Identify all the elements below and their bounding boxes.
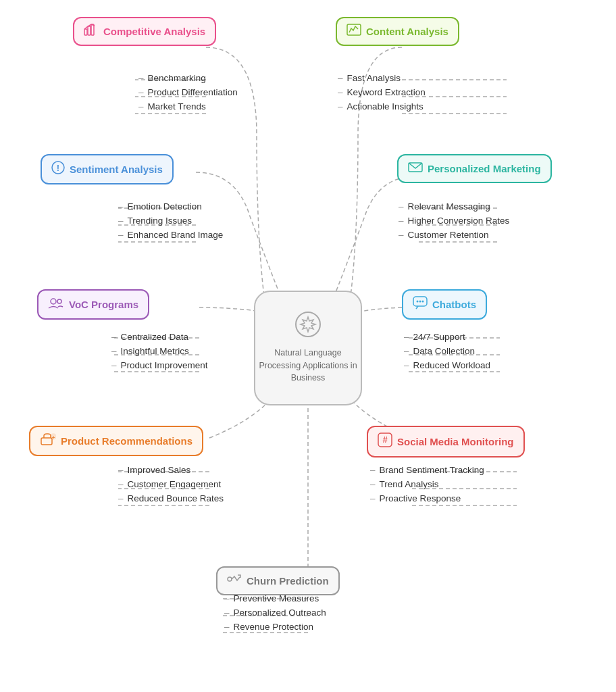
churn-icon bbox=[227, 573, 242, 589]
topic-sentiment: ! Sentiment Analysis bbox=[41, 154, 174, 184]
svg-rect-29 bbox=[88, 26, 91, 35]
product-bullet-1: Improved Sales bbox=[118, 463, 224, 477]
svg-rect-30 bbox=[91, 24, 94, 35]
competitive-bullet-3: Market Trends bbox=[138, 99, 238, 114]
sentiment-bullet-1: Emotion Detection bbox=[118, 199, 223, 214]
topic-voc: VoC Programs bbox=[37, 289, 149, 320]
center-node: Natural Language Processing Applications… bbox=[254, 291, 362, 405]
chatbots-bullet-2: Data Collection bbox=[404, 344, 490, 358]
center-icon bbox=[295, 312, 321, 343]
chatbots-bullets: 24/7 Support Data Collection Reduced Wor… bbox=[404, 330, 490, 372]
churn-bullet-3: Revenue Protection bbox=[224, 620, 326, 634]
svg-text:!: ! bbox=[57, 163, 59, 173]
topic-competitive: Competitive Analysis bbox=[73, 17, 216, 46]
social-bullet-1: Brand Sentiment Tracking bbox=[370, 463, 484, 477]
sentiment-bullet-2: Trending Issues bbox=[118, 214, 223, 228]
topic-social: # Social Media Monitoring bbox=[367, 426, 525, 458]
content-bullet-2: Keyword Extraction bbox=[338, 85, 426, 99]
personalized-icon bbox=[408, 161, 423, 176]
voc-bullet-1: Centralized Data bbox=[111, 330, 208, 344]
competitive-label: Competitive Analysis bbox=[103, 26, 205, 37]
svg-point-46 bbox=[228, 577, 232, 581]
churn-bullets: Preventive Measures Personalized Outreac… bbox=[224, 591, 326, 634]
svg-point-35 bbox=[51, 299, 56, 304]
content-label: Content Analysis bbox=[366, 26, 448, 37]
svg-point-38 bbox=[417, 301, 419, 303]
personalized-bullet-2: Higher Conversion Rates bbox=[399, 214, 509, 228]
product-icon: + bbox=[40, 432, 56, 449]
chatbots-icon bbox=[413, 296, 428, 313]
topic-content: Content Analysis bbox=[336, 17, 459, 46]
competitive-bullet-2: Product Differentiation bbox=[138, 85, 238, 99]
content-bullet-3: Actionable Insights bbox=[338, 99, 426, 114]
sentiment-icon: ! bbox=[51, 161, 65, 178]
svg-rect-41 bbox=[41, 438, 52, 445]
voc-icon bbox=[48, 296, 64, 313]
personalized-bullet-1: Relevant Messaging bbox=[399, 199, 509, 214]
svg-rect-28 bbox=[84, 29, 87, 35]
personalized-bullets: Relevant Messaging Higher Conversion Rat… bbox=[399, 199, 509, 242]
product-bullet-3: Reduced Bounce Rates bbox=[118, 491, 224, 505]
sentiment-bullet-3: Enhanced Brand Image bbox=[118, 228, 223, 242]
product-label: Product Recommendations bbox=[61, 435, 192, 447]
personalized-label: Personalized Marketing bbox=[428, 163, 541, 174]
topic-personalized: Personalized Marketing bbox=[397, 154, 552, 183]
svg-point-39 bbox=[419, 301, 421, 303]
competitive-bullet-1: Benchmarking bbox=[138, 71, 238, 85]
topic-chatbots: Chatbots bbox=[402, 289, 487, 320]
content-bullets: Fast Analysis Keyword Extraction Actiona… bbox=[338, 71, 426, 114]
voc-label: VoC Programs bbox=[69, 299, 138, 310]
chatbots-bullet-3: Reduced Workload bbox=[404, 358, 490, 372]
sentiment-bullets: Emotion Detection Trending Issues Enhanc… bbox=[118, 199, 223, 242]
churn-label: Churn Prediction bbox=[247, 575, 329, 587]
social-bullets: Brand Sentiment Tracking Trend Analysis … bbox=[370, 463, 484, 505]
svg-text:#: # bbox=[382, 435, 388, 445]
topic-product: + Product Recommendations bbox=[29, 426, 203, 456]
social-label: Social Media Monitoring bbox=[397, 436, 514, 447]
content-bullet-1: Fast Analysis bbox=[338, 71, 426, 85]
center-text: Natural Language Processing Applications… bbox=[255, 347, 361, 385]
chatbots-label: Chatbots bbox=[432, 299, 476, 310]
competitive-bullets: Benchmarking Product Differentiation Mar… bbox=[138, 71, 238, 114]
personalized-bullet-3: Customer Retention bbox=[399, 228, 509, 242]
svg-point-40 bbox=[422, 301, 424, 303]
churn-bullet-2: Personalized Outreach bbox=[224, 606, 326, 620]
churn-bullet-1: Preventive Measures bbox=[224, 591, 326, 606]
svg-text:+: + bbox=[52, 435, 55, 441]
diagram-container: .dashed { stroke: #aaa; stroke-width: 1.… bbox=[0, 0, 616, 692]
product-bullet-2: Customer Engagement bbox=[118, 477, 224, 491]
voc-bullets: Centralized Data Insightful Metrics Prod… bbox=[111, 330, 208, 372]
sentiment-label: Sentiment Analysis bbox=[70, 164, 163, 175]
social-bullet-3: Proactive Response bbox=[370, 491, 484, 505]
voc-bullet-3: Product Improvement bbox=[111, 358, 208, 372]
product-bullets: Improved Sales Customer Engagement Reduc… bbox=[118, 463, 224, 505]
voc-bullet-2: Insightful Metrics bbox=[111, 344, 208, 358]
social-bullet-2: Trend Analysis bbox=[370, 477, 484, 491]
svg-point-36 bbox=[57, 299, 61, 303]
content-icon bbox=[346, 24, 361, 39]
social-icon: # bbox=[378, 432, 392, 451]
chatbots-bullet-1: 24/7 Support bbox=[404, 330, 490, 344]
competitive-icon bbox=[84, 24, 99, 39]
